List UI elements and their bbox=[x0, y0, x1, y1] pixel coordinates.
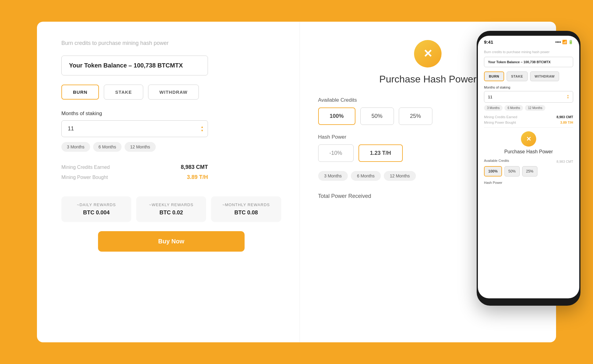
phone-inner: 9:41 ▪▪▪▪ 📶 🔋 Burn credits to purchase m… bbox=[478, 36, 579, 298]
mining-credits-value: 8,983 CMT bbox=[181, 164, 208, 170]
phone-withdraw-tab[interactable]: WITHDRAW bbox=[530, 71, 559, 81]
phone-mining-power-value: 3.89 T/H bbox=[560, 121, 573, 124]
phone-divider bbox=[484, 127, 573, 128]
left-subtitle: Burn credits to purchase mining hash pow… bbox=[61, 40, 281, 46]
phone-content: Burn credits to purchase mining hash pow… bbox=[478, 47, 579, 298]
withdraw-tab[interactable]: WITHDRAW bbox=[148, 85, 199, 100]
weekly-rewards-box: ~WEEKLY REWARDS BTC 0.02 bbox=[136, 196, 206, 222]
monthly-rewards-box: ~MONTHLY REWARDS BTC 0.08 bbox=[211, 196, 281, 222]
month-pills: 3 Months 6 Months 12 Months bbox=[61, 142, 281, 152]
phone-months-value: 11 bbox=[488, 95, 492, 99]
pill-12-months[interactable]: 12 Months bbox=[125, 142, 155, 152]
phone-subtitle: Burn credits to purchase mining hash pow… bbox=[484, 50, 573, 54]
rewards-row: ~DAILY REWARDS BTC 0.004 ~WEEKLY REWARDS… bbox=[61, 196, 281, 222]
main-container: Burn credits to purchase mining hash pow… bbox=[37, 22, 556, 342]
phone-credits-row: 100% 50% 25% bbox=[484, 166, 573, 177]
duration-6m[interactable]: 6 Months bbox=[351, 171, 381, 181]
weekly-rewards-title: ~WEEKLY REWARDS bbox=[142, 202, 200, 207]
logo-circle: ✕ bbox=[414, 40, 442, 67]
stake-tab[interactable]: STAKE bbox=[104, 85, 143, 100]
pill-6-months[interactable]: 6 Months bbox=[93, 142, 122, 152]
signal-icon: ▪▪▪▪ bbox=[555, 40, 561, 44]
phone-tabs: BURN STAKE WITHDRAW bbox=[484, 71, 573, 81]
monthly-rewards-title: ~MONTHLY REWARDS bbox=[217, 202, 275, 207]
phone-credit-25[interactable]: 25% bbox=[522, 166, 537, 177]
phone-pill-12m[interactable]: 12 Months bbox=[525, 105, 545, 111]
months-input[interactable]: 11 bbox=[61, 120, 208, 137]
phone-spinner-arrows[interactable]: ▲ ▼ bbox=[567, 94, 569, 99]
burn-tab[interactable]: BURN bbox=[61, 85, 99, 100]
hash-1t23-btn[interactable]: 1.23 T/H bbox=[358, 144, 403, 162]
phone-mining-credits-row: Mining Credits Earned 8,983 CMT bbox=[484, 115, 573, 119]
mining-power-label: Mining Power Bought bbox=[61, 175, 108, 180]
phone-mining-power-label: Mining Power Bought bbox=[484, 121, 516, 124]
phone-burn-tab[interactable]: BURN bbox=[484, 71, 504, 81]
spinner-arrows[interactable]: ▲ ▼ bbox=[201, 126, 204, 132]
credit-50-btn[interactable]: 50% bbox=[360, 107, 394, 125]
phone-mockup: 9:41 ▪▪▪▪ 📶 🔋 Burn credits to purchase m… bbox=[477, 31, 580, 306]
phone-mining-power-row: Mining Power Bought 3.89 T/H bbox=[484, 121, 573, 124]
pill-3-months[interactable]: 3 Months bbox=[61, 142, 90, 152]
phone-stake-tab[interactable]: STAKE bbox=[507, 71, 528, 81]
phone-purchase-title: Purchase Hash Power bbox=[484, 149, 573, 155]
phone-logo-x: ✕ bbox=[526, 135, 531, 143]
phone-pill-3m[interactable]: 3 Months bbox=[484, 105, 503, 111]
phone-pills: 3 Months 6 Months 12 Months bbox=[484, 105, 573, 111]
months-label: Months of staking bbox=[61, 111, 281, 117]
phone-credits-amount: 8,983 CMT bbox=[557, 160, 573, 163]
phone-arrow-down[interactable]: ▼ bbox=[567, 97, 569, 99]
phone-logo-circle: ✕ bbox=[521, 131, 536, 147]
arrow-up-icon[interactable]: ▲ bbox=[201, 126, 204, 129]
credit-100-btn[interactable]: 100% bbox=[318, 107, 355, 125]
months-input-wrapper: 11 ▲ ▼ bbox=[61, 120, 208, 137]
mining-credits-row: Mining Credits Earned 8,983 CMT bbox=[61, 164, 208, 170]
phone-hash-label: Hash Power bbox=[484, 181, 573, 184]
phone-credit-100[interactable]: 100% bbox=[484, 166, 502, 177]
wifi-icon: 📶 bbox=[562, 40, 567, 44]
mining-credits-label: Mining Credits Earned bbox=[61, 165, 110, 170]
phone-pill-6m[interactable]: 6 Months bbox=[504, 105, 523, 111]
phone-months-label: Months of staking bbox=[484, 86, 573, 89]
battery-icon: 🔋 bbox=[568, 40, 573, 44]
phone-spinner: 11 ▲ ▼ bbox=[484, 91, 573, 103]
daily-rewards-value: BTC 0.004 bbox=[67, 209, 125, 216]
weekly-rewards-value: BTC 0.02 bbox=[142, 209, 200, 216]
phone-credits-label: Available Credits bbox=[484, 159, 509, 162]
phone-balance-box: Your Token Balance – 100,738 BTCMTX bbox=[484, 57, 573, 67]
duration-3m[interactable]: 3 Months bbox=[318, 171, 348, 181]
monthly-rewards-value: BTC 0.08 bbox=[217, 209, 275, 216]
credit-25-btn[interactable]: 25% bbox=[399, 107, 432, 125]
buy-now-button[interactable]: Buy Now bbox=[98, 231, 245, 252]
phone-time: 9:41 bbox=[484, 39, 493, 45]
phone-status-bar: 9:41 ▪▪▪▪ 📶 🔋 bbox=[478, 36, 579, 47]
token-balance-box: Your Token Balance – 100,738 BTCMTX bbox=[61, 56, 208, 75]
logo-x-icon: ✕ bbox=[423, 47, 432, 60]
phone-credit-50[interactable]: 50% bbox=[504, 166, 520, 177]
mining-power-row: Mining Power Bought 3.89 T/H bbox=[61, 174, 208, 180]
phone-mining-credits-value: 8,983 CMT bbox=[557, 115, 573, 119]
daily-rewards-title: ~DAILY REWARDS bbox=[67, 202, 125, 207]
phone-mining-credits-label: Mining Credits Earned bbox=[484, 115, 517, 119]
tab-buttons: BURN STAKE WITHDRAW bbox=[61, 85, 281, 100]
duration-row: 3 Months 6 Months 12 Months bbox=[318, 171, 416, 181]
duration-12m[interactable]: 12 Months bbox=[384, 171, 416, 181]
total-power-label: Total Power Received bbox=[318, 193, 371, 199]
left-panel: Burn credits to purchase mining hash pow… bbox=[37, 22, 300, 342]
mining-power-value: 3.89 T/H bbox=[187, 174, 208, 180]
phone-icons: ▪▪▪▪ 📶 🔋 bbox=[555, 40, 573, 44]
arrow-down-icon[interactable]: ▼ bbox=[201, 129, 204, 132]
daily-rewards-box: ~DAILY REWARDS BTC 0.004 bbox=[61, 196, 131, 222]
hash-neg10-btn[interactable]: -10% bbox=[318, 144, 354, 162]
